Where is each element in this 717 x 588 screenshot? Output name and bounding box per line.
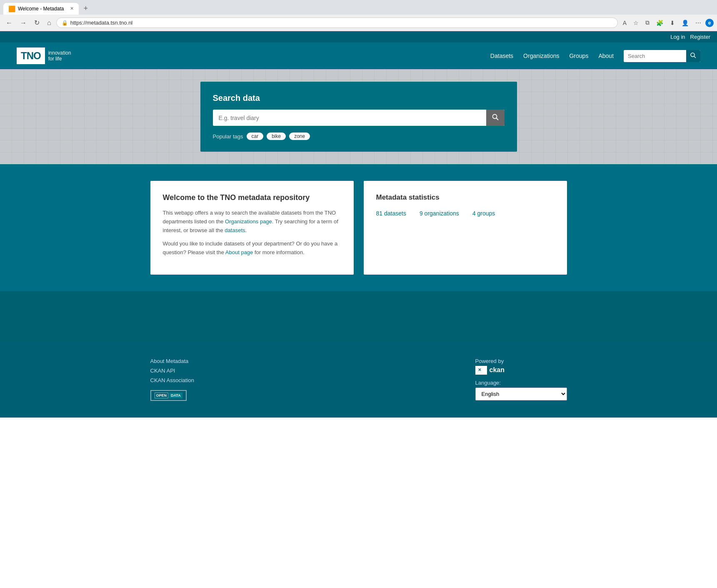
welcome-title: Welcome to the TNO metadata repository [163, 193, 341, 202]
edge-logo: e [705, 19, 714, 27]
footer-link-about[interactable]: About Metadata [150, 358, 195, 364]
svg-line-3 [496, 118, 498, 120]
hero-search-input[interactable] [213, 110, 486, 125]
open-text: OPEN [155, 393, 169, 398]
forward-button[interactable]: → [17, 18, 29, 28]
nav-groups[interactable]: Groups [569, 53, 588, 59]
organizations-label: organizations [425, 210, 459, 217]
ckan-icon: ✕ [475, 366, 487, 375]
tab-close-button[interactable]: ✕ [70, 6, 74, 11]
hero-search-button[interactable] [486, 110, 505, 126]
tab-title: Welcome - Metadata [18, 6, 64, 12]
groups-count: 4 [472, 210, 476, 217]
register-link[interactable]: Register [690, 34, 710, 40]
svg-line-1 [694, 56, 696, 58]
home-button[interactable]: ⌂ [45, 18, 54, 28]
organizations-stat: 9 organizations [420, 210, 459, 217]
collections-button[interactable]: ⧉ [643, 18, 652, 28]
welcome-para1: This webapp offers a way to search the a… [163, 209, 341, 235]
language-label: Language: [475, 380, 567, 386]
language-select[interactable]: English Dutch French German Spanish [475, 388, 567, 400]
header-search-box [624, 50, 700, 62]
logo-area: TNO innovation for life [17, 48, 71, 64]
datasets-link[interactable]: datasets [225, 227, 245, 233]
footer-link-ckan-api[interactable]: CKAN API [150, 368, 195, 374]
url-display: https://metadata.tsn.tno.nl [70, 20, 133, 26]
welcome-para2: Would you like to include datasets of yo… [163, 240, 341, 257]
site-header: TNO innovation for life Datasets Organiz… [0, 43, 717, 69]
browser-toolbar: A ☆ ⧉ 🧩 ⬇ 👤 ⋯ e [620, 18, 714, 28]
about-page-link[interactable]: About page [225, 249, 253, 255]
main-content: Welcome to the TNO metadata repository T… [0, 164, 717, 291]
tag-zone[interactable]: zone [289, 133, 310, 140]
groups-stat: 4 groups [472, 210, 495, 217]
stats-card: Metadata statistics 81 datasets 9 organi… [364, 181, 567, 275]
logo-tagline-line1: innovation [48, 50, 71, 56]
tab-favicon: 🟧 [8, 5, 15, 12]
footer-link-ckan-assoc[interactable]: CKAN Association [150, 377, 195, 383]
popular-tags: Popular tags car bike zone [213, 133, 505, 140]
address-bar[interactable]: 🔒 https://metadata.tsn.tno.nl [56, 18, 618, 28]
active-tab: 🟧 Welcome - Metadata ✕ [3, 3, 79, 15]
auth-bar: Log in Register [0, 31, 717, 43]
hero-card: Search data Popular tags car bike zone [200, 82, 517, 152]
svg-text:✕: ✕ [478, 368, 481, 372]
header-search-button[interactable] [686, 50, 700, 62]
footer-right: Powered by ✕ ckan Language: English Dutc… [475, 358, 567, 401]
nav-about[interactable]: About [598, 53, 614, 59]
logo-tagline-line2: for life [48, 56, 71, 62]
hero-search-box [213, 110, 505, 126]
powered-by-section: Powered by ✕ ckan [475, 358, 567, 375]
hero-title: Search data [213, 93, 505, 103]
hero-section: Search data Popular tags car bike zone [0, 69, 717, 164]
new-tab-button[interactable]: + [80, 3, 92, 15]
datasets-label: datasets [384, 210, 406, 217]
below-content-space [0, 291, 717, 341]
footer-grid: About Metadata CKAN API CKAN Association… [150, 358, 567, 401]
downloads-button[interactable]: ⬇ [667, 18, 677, 28]
organizations-page-link[interactable]: Organizations page [225, 218, 272, 225]
browser-chrome: 🟧 Welcome - Metadata ✕ + ← → ↻ ⌂ 🔒 https… [0, 0, 717, 31]
back-button[interactable]: ← [3, 18, 15, 28]
profile-button[interactable]: 👤 [679, 18, 691, 28]
popular-tags-label: Popular tags [213, 133, 243, 140]
logo-tagline: innovation for life [48, 50, 71, 62]
logo-box: TNO [17, 48, 45, 64]
browser-navigation: ← → ↻ ⌂ 🔒 https://metadata.tsn.tno.nl A … [0, 15, 717, 31]
organizations-stat-link[interactable]: 9 organizations [420, 210, 459, 217]
tab-bar: 🟧 Welcome - Metadata ✕ + [0, 0, 717, 15]
datasets-stat-link[interactable]: 81 datasets [376, 210, 406, 217]
header-search-input[interactable] [624, 50, 686, 62]
language-section: Language: English Dutch French German Sp… [475, 380, 567, 400]
tag-bike[interactable]: bike [267, 133, 286, 140]
footer-links: About Metadata CKAN API CKAN Association… [150, 358, 195, 401]
ckan-logo: ✕ ckan [475, 366, 567, 375]
welcome-card: Welcome to the TNO metadata repository T… [150, 181, 354, 275]
ckan-label: ckan [490, 366, 505, 374]
extensions-button[interactable]: 🧩 [654, 18, 666, 28]
reader-mode-button[interactable]: A [620, 18, 629, 28]
data-text: DATA [169, 393, 182, 398]
tag-car[interactable]: car [247, 133, 264, 140]
nav-datasets[interactable]: Datasets [490, 53, 513, 59]
content-grid: Welcome to the TNO metadata repository T… [150, 181, 567, 275]
logo-tno: TNO [21, 50, 41, 62]
nav-organizations[interactable]: Organizations [523, 53, 559, 59]
stats-row: 81 datasets 9 organizations 4 groups [376, 210, 555, 217]
groups-stat-link[interactable]: 4 groups [472, 210, 495, 217]
groups-label: groups [477, 210, 495, 217]
login-link[interactable]: Log in [670, 34, 685, 40]
favorites-button[interactable]: ☆ [631, 18, 641, 28]
stats-title: Metadata statistics [376, 193, 555, 202]
opendata-badge: OPEN DATA [150, 390, 187, 401]
datasets-count: 81 [376, 210, 383, 217]
datasets-stat: 81 datasets [376, 210, 406, 217]
refresh-button[interactable]: ↻ [32, 17, 42, 28]
menu-button[interactable]: ⋯ [693, 18, 704, 28]
organizations-count: 9 [420, 210, 423, 217]
main-nav: Datasets Organizations Groups About [490, 50, 700, 62]
powered-by-label: Powered by [475, 358, 567, 364]
lock-icon: 🔒 [62, 20, 68, 26]
site-footer: About Metadata CKAN API CKAN Association… [0, 341, 717, 418]
